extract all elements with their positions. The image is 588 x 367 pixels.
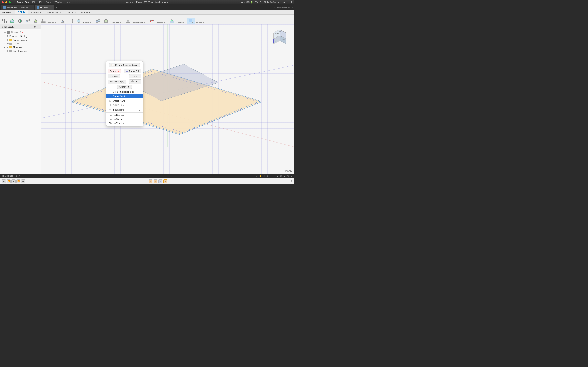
menu-view[interactable]: View — [46, 1, 51, 3]
move-copy-btn[interactable]: ✛ Move/Copy — [108, 80, 126, 84]
create-sketch-label: Create Sketch — [113, 95, 127, 98]
tree-item-origin[interactable]: ▶ 👁 Origin — [0, 42, 41, 45]
press-pull-btn[interactable]: Press Pull — [123, 69, 141, 73]
tree-item-construction[interactable]: ▶ 👁 Construction , — [0, 49, 41, 53]
timeline-icon-3[interactable]: □ — [158, 179, 162, 183]
eye-icon-views[interactable]: 👁 — [7, 39, 9, 41]
tab-close-2[interactable]: ✕ — [50, 6, 52, 8]
ctx-edit-feature[interactable]: Edit Feature — [106, 103, 143, 108]
menu-help[interactable]: Help — [66, 1, 70, 3]
tool-modify-1[interactable] — [60, 18, 67, 24]
search-icon[interactable]: ⚲ — [291, 1, 292, 4]
sidebar-expand-icon[interactable]: ⋮ — [37, 26, 39, 28]
tool-loft[interactable] — [32, 18, 39, 24]
tool-sweep[interactable] — [24, 18, 31, 24]
cube-navigator[interactable]: FRONT RIGHT TOP X Z Y — [272, 29, 288, 45]
tab-sheet-metal[interactable]: SHEET METAL — [44, 10, 65, 15]
zoom-dropdown-icon[interactable]: ▼ — [270, 175, 272, 177]
repeat-plane-btn[interactable]: 🔁 Repeat Plane at Angle — [109, 63, 140, 67]
redo-arrow[interactable]: ▼ — [89, 11, 91, 13]
tab-skateboard[interactable]: skateboard holder v2* ✕ — [1, 5, 34, 9]
tool-assemble-2[interactable] — [102, 18, 110, 24]
timeline-start-btn[interactable]: ⏮ — [2, 179, 6, 183]
maximize-btn[interactable] — [9, 1, 11, 3]
comments-expand[interactable]: ⋮ — [18, 175, 21, 177]
record-icon[interactable]: ● — [22, 31, 23, 33]
tab-close-1[interactable]: ✕ — [30, 6, 32, 8]
menu-edit[interactable]: Edit — [39, 1, 43, 3]
offset-plane-label: Offset Plane — [113, 100, 125, 102]
close-btn[interactable] — [2, 1, 4, 3]
tab-untitled[interactable]: Untitled* ✕ — [35, 5, 54, 9]
display-mode-icon[interactable]: □ — [274, 175, 275, 177]
minimize-btn[interactable] — [5, 1, 7, 3]
menu-window[interactable]: Window — [54, 1, 62, 3]
ctx-find-timeline[interactable]: Find in Timeline — [106, 121, 143, 125]
timeline-end-btn[interactable]: ⏭ — [21, 179, 25, 183]
arrow-down-icon[interactable]: ▼ — [256, 175, 258, 177]
viewport[interactable]: FRONT RIGHT TOP X Z Y 🔁 Repeat Plane at — [41, 25, 294, 174]
sketch-dropdown[interactable]: Sketch ▼ — [117, 85, 132, 89]
ctx-offset-plane[interactable]: Offset Plane — [106, 99, 143, 103]
eye-icon-construction[interactable]: 👁 — [7, 50, 9, 52]
zoom-in-icon[interactable]: ⊕ — [267, 175, 268, 177]
tree-item-doc-settings[interactable]: ▶ ⚙ Document Settings — [0, 34, 41, 38]
redo-context-btn[interactable]: ↪ Redo — [129, 74, 141, 78]
redo-btn[interactable]: ↪ — [86, 11, 88, 14]
delete-btn[interactable]: Delete ✕ — [108, 69, 121, 73]
timeline-icon-2[interactable]: □ — [154, 179, 157, 183]
ctx-create-sketch[interactable]: Create Sketch — [106, 94, 143, 99]
tool-extrude[interactable] — [9, 18, 16, 24]
ctx-create-selection-set[interactable]: Create Selection Set — [106, 90, 143, 94]
label-origin: Origin — [13, 42, 19, 45]
timeline-icon-1[interactable]: □ — [149, 179, 152, 183]
tool-assemble-1[interactable] — [95, 18, 102, 24]
tool-modify-2[interactable] — [67, 18, 75, 24]
tree-item-unsaved[interactable]: ▼ 👁 (Unsaved) ● — [0, 30, 41, 34]
tool-rib[interactable] — [40, 18, 47, 24]
tab-surface[interactable]: SURFACE — [28, 10, 44, 15]
eye-icon-origin[interactable]: 👁 — [7, 43, 9, 45]
viewport-arrow[interactable]: ▼ — [290, 175, 292, 177]
help-icon[interactable]: ? — [292, 6, 293, 8]
undo-btn[interactable]: ↩ — [81, 11, 83, 14]
tree-item-sketches[interactable]: ▶ 👁 Sketches — [0, 45, 41, 49]
undo-context-btn[interactable]: ↩ Undo — [108, 74, 120, 78]
hole-btn[interactable]: Hole — [129, 79, 141, 84]
new-tab-btn[interactable]: + — [54, 6, 58, 9]
timeline-next-btn[interactable]: ⏩ — [16, 179, 20, 183]
sidebar-collapse-icon[interactable]: ◀ — [2, 26, 3, 28]
tool-construct-1[interactable] — [124, 18, 132, 24]
tool-select-1[interactable] — [187, 18, 195, 24]
home-icon[interactable]: ⌂ — [253, 175, 254, 177]
design-button[interactable]: DESIGN ▼ — [0, 10, 15, 15]
sidebar-settings-icon[interactable]: ⚙ — [34, 26, 36, 28]
eye-icon-unsaved[interactable]: 👁 — [4, 31, 6, 33]
tool-modify-3[interactable] — [75, 18, 82, 24]
ctx-show-hide[interactable]: Show/Hide V — [106, 108, 143, 112]
display-mode-arrow[interactable]: ▼ — [277, 175, 278, 177]
tree-item-named-views[interactable]: ▶ 👁 Named Views — [0, 38, 41, 42]
tool-inspect-1[interactable] — [148, 18, 155, 24]
tool-revolve[interactable] — [16, 18, 24, 24]
tab-solid[interactable]: SOLID — [15, 10, 28, 15]
menu-file[interactable]: File — [33, 1, 36, 3]
comments-badge-icon[interactable]: ⚙ — [15, 175, 17, 177]
timeline-icon-4[interactable]: ◆ — [163, 179, 167, 183]
ctx-find-window[interactable]: Find in Window — [106, 117, 143, 121]
viewport-icon[interactable]: ⊟ — [287, 175, 289, 177]
ctx-find-browser[interactable]: Find in Browser — [106, 113, 143, 117]
eye-icon-sketches[interactable]: 👁 — [7, 46, 9, 49]
tool-new-component[interactable] — [1, 18, 8, 24]
timeline-play-btn[interactable]: ▶ — [11, 179, 16, 183]
ctx-undo-redo-row: ↩ Undo ↪ Redo — [106, 74, 143, 79]
grid-arrow[interactable]: ▼ — [283, 175, 285, 177]
tab-tools[interactable]: TOOLS — [65, 10, 78, 15]
settings-icon-bottom[interactable]: ⚙ — [290, 180, 292, 182]
hand-icon[interactable]: ✋ — [259, 175, 262, 177]
undo-arrow[interactable]: ▼ — [83, 11, 85, 13]
grid-icon[interactable]: ⊞ — [280, 175, 282, 177]
timeline-prev-btn[interactable]: ⏪ — [7, 179, 11, 183]
zoom-fit-icon[interactable]: ⊕ — [263, 175, 265, 177]
tool-insert-1[interactable] — [168, 18, 176, 24]
